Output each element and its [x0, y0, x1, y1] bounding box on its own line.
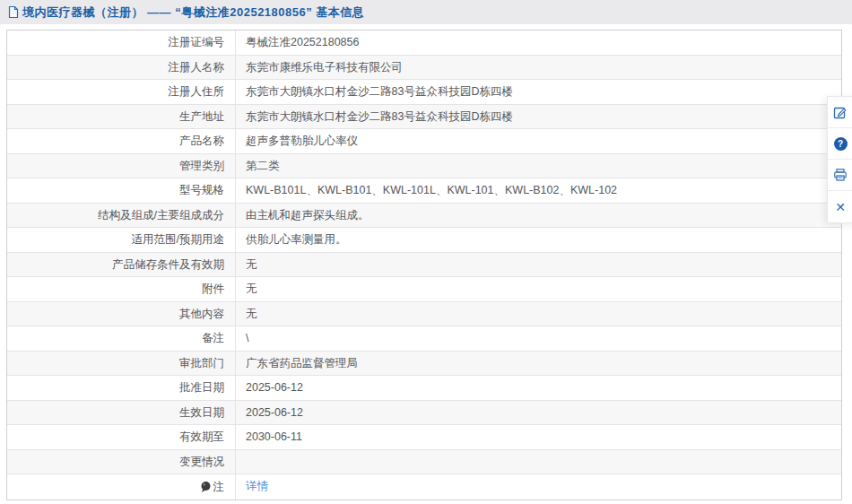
row-label-text: 其他内容: [179, 302, 224, 326]
row-value-text: 超声多普勒胎儿心率仪: [246, 135, 358, 147]
row-label: 附件: [7, 277, 236, 301]
table-row: 生产地址东莞市大朗镇水口村金沙二路83号益众科技园D栋四楼: [7, 105, 841, 130]
close-icon: ✕: [833, 200, 848, 214]
row-value: 广东省药品监督管理局: [236, 352, 841, 376]
page-header: 境内医疗器械（注册） —— “粤械注准20252180856” 基本信息: [0, 0, 852, 24]
table-row: 生效日期2025-06-12: [7, 401, 841, 426]
row-value: 第二类: [236, 154, 841, 178]
row-value: 详情: [236, 474, 841, 500]
table-row: 变更情况: [7, 450, 841, 475]
row-label-text: 生效日期: [179, 401, 224, 425]
row-label-text: 注册人住所: [169, 80, 225, 104]
note-balloon-icon: [200, 481, 212, 493]
row-value-text: 东莞市大朗镇水口村金沙二路83号益众科技园D栋四楼: [246, 110, 513, 123]
help-icon: ?: [833, 136, 848, 151]
row-label: 注册人住所: [7, 80, 236, 104]
row-value: 2025-06-12: [236, 401, 841, 425]
table-row: 适用范围/预期用途供胎儿心率测量用。: [7, 228, 841, 253]
row-label-text: 注册证编号: [169, 30, 225, 55]
table-row: 备注\: [7, 326, 841, 352]
row-value-text: 广东省药品监督管理局: [246, 357, 358, 369]
row-label-text: 产品名称: [179, 129, 224, 153]
row-label: 产品储存条件及有效期: [7, 253, 236, 277]
row-value-text: 东莞市康维乐电子科技有限公司: [246, 61, 403, 74]
row-label-text: 注: [213, 475, 225, 500]
side-toolbar: ? ✕: [827, 96, 852, 223]
row-value: \: [236, 326, 841, 351]
table-row: 型号规格KWL-B101L、KWL-B101、KWL-101L、KWL-101、…: [7, 178, 841, 204]
table-row: 其他内容无: [7, 302, 841, 327]
table-row: 注册证编号粤械注准20252180856: [7, 30, 841, 56]
print-button[interactable]: [828, 160, 852, 191]
row-value-text: \: [246, 332, 248, 344]
row-value: 粤械注准20252180856: [236, 30, 841, 55]
row-value: 东莞市大朗镇水口村金沙二路83号益众科技园D栋四楼: [236, 80, 841, 104]
row-value: 东莞市康维乐电子科技有限公司: [236, 56, 841, 80]
row-label: 注: [7, 474, 236, 500]
row-value: 无: [236, 302, 841, 326]
row-label: 有效期至: [7, 425, 236, 449]
row-value: 2025-06-12: [236, 376, 841, 400]
row-value: KWL-B101L、KWL-B101、KWL-101L、KWL-101、KWL-…: [236, 178, 841, 203]
table-row: 管理类别第二类: [7, 154, 841, 179]
row-value: 供胎儿心率测量用。: [236, 228, 841, 252]
row-label: 注册证编号: [7, 30, 236, 55]
row-value: [236, 450, 841, 474]
row-value-text: 2025-06-12: [246, 381, 303, 394]
table-row: 附件无: [7, 277, 841, 302]
row-label-text: 有效期至: [179, 425, 224, 449]
table-row: 审批部门广东省药品监督管理局: [7, 352, 841, 377]
registration-info-table: 注册证编号粤械注准20252180856注册人名称东莞市康维乐电子科技有限公司注…: [6, 30, 842, 500]
detail-link[interactable]: 详情: [246, 480, 268, 492]
row-label-text: 变更情况: [179, 450, 224, 474]
row-value-text: 第二类: [246, 160, 280, 172]
row-value-text: 粤械注准20252180856: [246, 36, 359, 48]
row-label-text: 产品储存条件及有效期: [112, 253, 224, 277]
table-row: 产品储存条件及有效期无: [7, 253, 841, 278]
row-label-text: 适用范围/预期用途: [132, 228, 224, 252]
row-label: 管理类别: [7, 154, 236, 178]
page-title: 境内医疗器械（注册） —— “粤械注准20252180856” 基本信息: [22, 4, 364, 21]
row-label: 其他内容: [7, 302, 236, 326]
row-value-text: 供胎儿心率测量用。: [246, 233, 347, 246]
row-label-text: 附件: [202, 277, 224, 301]
row-value: 东莞市大朗镇水口村金沙二路83号益众科技园D栋四楼: [236, 105, 841, 129]
row-label: 生产地址: [7, 105, 236, 129]
row-label: 适用范围/预期用途: [7, 228, 236, 252]
row-label: 产品名称: [7, 129, 236, 153]
row-value-text: 由主机和超声探头组成。: [246, 209, 369, 222]
row-value: 无: [236, 277, 841, 301]
table-row: 注册人名称东莞市康维乐电子科技有限公司: [7, 56, 841, 81]
document-icon: [7, 5, 20, 19]
table-row: 产品名称超声多普勒胎儿心率仪: [7, 129, 841, 154]
row-label: 变更情况: [7, 450, 236, 474]
row-value-text: 东莞市大朗镇水口村金沙二路83号益众科技园D栋四楼: [246, 85, 513, 98]
row-label-text: 管理类别: [179, 154, 224, 178]
table-row: 批准日期2025-06-12: [7, 376, 841, 401]
row-label: 型号规格: [7, 178, 236, 203]
row-label: 批准日期: [7, 376, 236, 400]
table-row: 注详情: [7, 474, 841, 500]
row-label-text: 审批部门: [179, 352, 224, 376]
table-row: 结构及组成/主要组成成分由主机和超声探头组成。: [7, 204, 841, 229]
row-value-text: 2030-06-11: [246, 430, 302, 443]
printer-icon: [833, 168, 848, 182]
row-label-text: 备注: [202, 326, 224, 351]
row-value-text: 无: [246, 258, 257, 271]
row-label: 审批部门: [7, 352, 236, 376]
row-label-text: 注册人名称: [169, 56, 225, 80]
row-label: 结构及组成/主要组成成分: [7, 204, 236, 228]
row-label-text: 批准日期: [179, 376, 224, 400]
edit-icon: [833, 105, 848, 119]
row-label-text: 生产地址: [179, 105, 224, 129]
edit-button[interactable]: [828, 97, 852, 128]
question-mark-badge: ?: [834, 137, 848, 151]
close-button[interactable]: ✕: [828, 191, 852, 222]
help-button[interactable]: ?: [828, 128, 852, 160]
row-value: 超声多普勒胎儿心率仪: [236, 129, 841, 153]
row-value-text: 无: [246, 282, 257, 295]
row-label: 备注: [7, 326, 236, 351]
table-row: 注册人住所东莞市大朗镇水口村金沙二路83号益众科技园D栋四楼: [7, 80, 841, 105]
row-label: 注册人名称: [7, 56, 236, 80]
row-value-text: KWL-B101L、KWL-B101、KWL-101L、KWL-101、KWL-…: [246, 184, 617, 196]
